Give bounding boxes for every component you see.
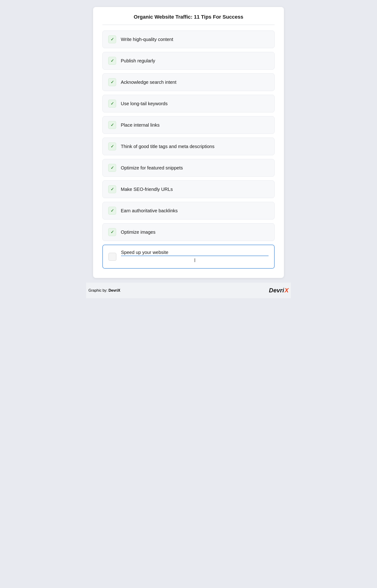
checklist: ✓Write high-quality content✓Publish regu… xyxy=(102,31,275,269)
checklist-item-label: Place internal links xyxy=(121,122,160,128)
credit-brand: DevriX xyxy=(108,288,120,292)
checklist-item-label: Earn authoritative backlinks xyxy=(121,208,178,213)
checkbox-checked-icon[interactable]: ✓ xyxy=(108,142,116,150)
logo-x: X xyxy=(285,287,289,294)
checkmark-icon: ✓ xyxy=(111,209,114,213)
footer: Graphic by: DevriX DevriX xyxy=(86,282,291,298)
checkbox-checked-icon[interactable]: ✓ xyxy=(108,121,116,129)
checklist-item-label: Write high-quality content xyxy=(121,37,173,42)
title-divider xyxy=(102,25,275,25)
checklist-item-label: Publish regularly xyxy=(121,58,155,64)
checkmark-icon: ✓ xyxy=(111,230,114,234)
checklist-item-label: Use long-tail keywords xyxy=(121,101,167,106)
devrix-logo: DevriX xyxy=(269,287,289,294)
checkmark-icon: ✓ xyxy=(111,166,114,170)
checklist-item[interactable]: ✓Write high-quality content xyxy=(102,31,275,48)
main-card: Organic Website Traffic: 11 Tips For Suc… xyxy=(93,7,284,278)
checklist-item-label: Think of good title tags and meta descri… xyxy=(121,144,214,149)
checklist-item-input[interactable] xyxy=(121,250,269,256)
checklist-item[interactable]: ✓Optimize images xyxy=(102,223,275,241)
checklist-item[interactable]: ✓Publish regularly xyxy=(102,52,275,70)
page-title: Organic Website Traffic: 11 Tips For Suc… xyxy=(102,14,275,20)
checkbox-unchecked-icon[interactable] xyxy=(108,253,116,261)
checkbox-checked-icon[interactable]: ✓ xyxy=(108,207,116,215)
checklist-item[interactable]: ✓Place internal links xyxy=(102,116,275,134)
checklist-item-label: Make SEO-friendly URLs xyxy=(121,187,173,192)
page-wrapper: Organic Website Traffic: 11 Tips For Suc… xyxy=(84,7,293,298)
checkmark-icon: ✓ xyxy=(111,37,114,41)
checkbox-checked-icon[interactable]: ✓ xyxy=(108,57,116,65)
checkbox-checked-icon[interactable]: ✓ xyxy=(108,78,116,86)
checklist-item-active[interactable]: Ӏ xyxy=(102,245,275,269)
checkbox-checked-icon[interactable]: ✓ xyxy=(108,185,116,193)
checklist-item[interactable]: ✓Use long-tail keywords xyxy=(102,95,275,112)
checklist-item[interactable]: ✓Think of good title tags and meta descr… xyxy=(102,138,275,155)
checkbox-checked-icon[interactable]: ✓ xyxy=(108,228,116,236)
checkmark-icon: ✓ xyxy=(111,80,114,84)
checklist-item-label: Optimize for featured snippets xyxy=(121,165,183,171)
checkbox-checked-icon[interactable]: ✓ xyxy=(108,164,116,172)
checklist-item[interactable]: ✓Optimize for featured snippets xyxy=(102,159,275,177)
checkmark-icon: ✓ xyxy=(111,187,114,191)
credit-prefix: Graphic by: xyxy=(88,288,108,292)
checklist-item[interactable]: ✓Acknowledge search intent xyxy=(102,73,275,91)
checkmark-icon: ✓ xyxy=(111,123,114,127)
checkbox-checked-icon[interactable]: ✓ xyxy=(108,35,116,43)
logo-text: Devri xyxy=(269,287,284,294)
checkmark-icon: ✓ xyxy=(111,102,114,106)
checklist-item[interactable]: ✓Make SEO-friendly URLs xyxy=(102,180,275,198)
checkmark-icon: ✓ xyxy=(111,59,114,63)
footer-credit: Graphic by: DevriX xyxy=(88,288,120,293)
checkmark-icon: ✓ xyxy=(111,144,114,149)
checkbox-checked-icon[interactable]: ✓ xyxy=(108,100,116,107)
checklist-item[interactable]: ✓Earn authoritative backlinks xyxy=(102,202,275,220)
checklist-item-label: Optimize images xyxy=(121,230,155,235)
text-cursor-indicator: Ӏ xyxy=(121,258,269,263)
checklist-item-label: Acknowledge search intent xyxy=(121,80,177,85)
